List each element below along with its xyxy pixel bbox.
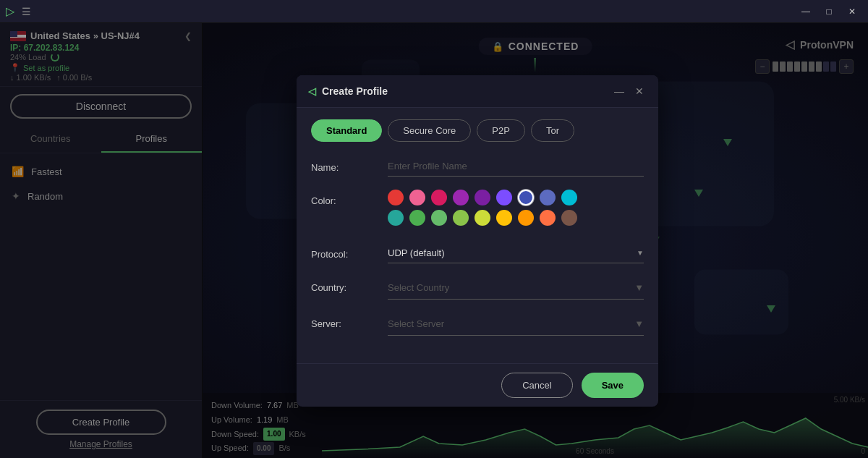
- modal-minimize-button[interactable]: —: [612, 84, 626, 98]
- modal-title-icon: ◁: [308, 85, 316, 97]
- color-swatch-9[interactable]: [388, 210, 404, 226]
- app-body: United States » US-NJ#4 ❮ IP: 67.202.83.…: [0, 23, 868, 458]
- color-swatch-7[interactable]: [540, 190, 556, 205]
- title-bar-right: — □ ✕: [796, 4, 862, 20]
- server-label: Server:: [311, 313, 376, 329]
- form-content-color: [388, 190, 644, 230]
- country-dropdown-arrow: ▼: [634, 282, 644, 293]
- profile-tab-p2p[interactable]: P2P: [477, 119, 525, 142]
- protocol-value: UDP (default): [388, 247, 445, 258]
- modal-footer: Cancel Save: [297, 363, 658, 407]
- maximize-button[interactable]: □: [819, 4, 839, 20]
- name-label: Name:: [311, 156, 376, 173]
- server-dropdown[interactable]: Select Server ▼: [388, 313, 644, 336]
- color-label: Color:: [311, 190, 376, 206]
- cancel-button[interactable]: Cancel: [501, 373, 572, 398]
- color-swatch-8[interactable]: [561, 190, 577, 205]
- country-placeholder: Select Country: [388, 282, 449, 293]
- color-swatch-11[interactable]: [431, 210, 447, 226]
- form-content-protocol: UDP (default) ▼: [388, 243, 644, 263]
- form-content-country: Select Country ▼: [388, 276, 644, 300]
- title-bar: ▷ ☰ — □ ✕: [0, 0, 868, 23]
- color-swatch-17[interactable]: [561, 210, 577, 226]
- server-dropdown-arrow: ▼: [634, 318, 644, 329]
- hamburger-icon[interactable]: ☰: [22, 6, 31, 17]
- profile-tab-tor[interactable]: Tor: [531, 119, 574, 142]
- color-swatch-4[interactable]: [475, 190, 490, 205]
- form-content-name: [388, 156, 644, 177]
- protocol-select[interactable]: UDP (default) ▼: [388, 243, 644, 263]
- color-swatch-1[interactable]: [409, 190, 425, 205]
- modal-title-bar: ◁ Create Profile — ✕: [297, 75, 658, 108]
- color-swatch-14[interactable]: [496, 210, 512, 226]
- profile-name-input[interactable]: [388, 156, 644, 177]
- form-row-server: Server: Select Server ▼: [311, 313, 644, 336]
- form-content-server: Select Server ▼: [388, 313, 644, 336]
- color-swatch-16[interactable]: [540, 210, 556, 226]
- modal-controls: — ✕: [612, 84, 647, 98]
- color-swatch-12[interactable]: [453, 210, 469, 226]
- protocol-dropdown-arrow: ▼: [637, 249, 644, 257]
- form-row-name: Name:: [311, 156, 644, 177]
- color-swatch-0[interactable]: [388, 190, 404, 205]
- form-row-country: Country: Select Country ▼: [311, 276, 644, 300]
- profile-tab-secure-core[interactable]: Secure Core: [388, 119, 471, 142]
- profile-tab-standard[interactable]: Standard: [311, 119, 382, 142]
- color-swatch-13[interactable]: [475, 210, 490, 226]
- color-swatch-15[interactable]: [518, 210, 534, 226]
- color-swatch-10[interactable]: [409, 210, 425, 226]
- save-button[interactable]: Save: [582, 373, 644, 398]
- color-swatch-3[interactable]: [453, 190, 469, 205]
- protocol-label: Protocol:: [311, 243, 376, 260]
- color-swatch-6[interactable]: [518, 190, 534, 205]
- color-swatch-5[interactable]: [496, 190, 512, 205]
- modal-form: Name: Color: Protocol: UDP (default) ▼: [297, 149, 658, 363]
- color-swatch-2[interactable]: [431, 190, 447, 205]
- modal-close-button[interactable]: ✕: [632, 84, 647, 98]
- form-row-protocol: Protocol: UDP (default) ▼: [311, 243, 644, 263]
- modal-title: ◁ Create Profile: [308, 85, 388, 97]
- minimize-button[interactable]: —: [796, 4, 816, 20]
- form-row-color: Color:: [311, 190, 644, 230]
- close-button[interactable]: ✕: [842, 4, 862, 20]
- create-profile-modal: ◁ Create Profile — ✕ Standard Secure Cor…: [297, 75, 658, 407]
- server-placeholder: Select Server: [388, 318, 444, 329]
- country-dropdown[interactable]: Select Country ▼: [388, 276, 644, 300]
- app-logo-icon: ▷: [6, 4, 14, 18]
- profile-tabs: Standard Secure Core P2P Tor: [297, 108, 658, 149]
- country-label: Country:: [311, 276, 376, 293]
- title-bar-left: ▷ ☰: [6, 4, 31, 18]
